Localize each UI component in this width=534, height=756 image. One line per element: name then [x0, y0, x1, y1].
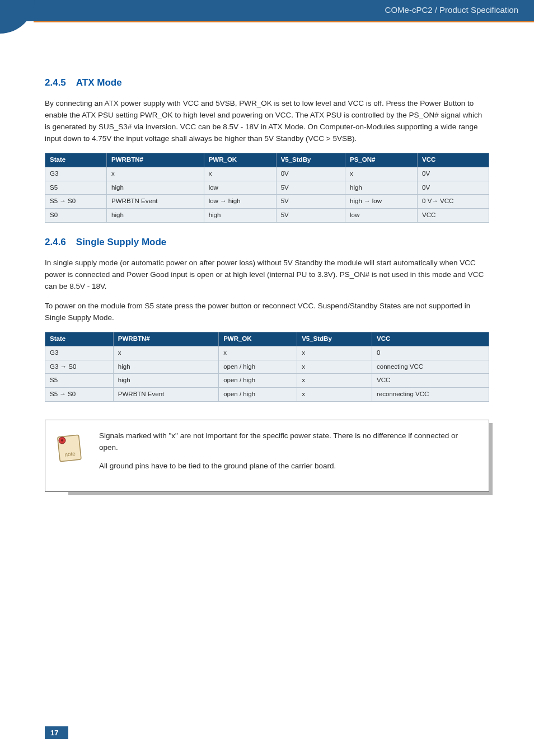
breadcrumb: COMe-cPC2 / Product Specification — [385, 5, 518, 15]
svg-point-2 — [61, 439, 63, 442]
th-pwrbtn: PWRBTN# — [107, 153, 204, 167]
th-pwrok: PWR_OK — [219, 332, 297, 346]
note-box: note Signals marked with "x" are not imp… — [45, 420, 489, 492]
th-vcc: VCC — [372, 332, 489, 346]
header-accent-line — [34, 21, 534, 22]
section-title: Single Supply Mode — [76, 237, 167, 247]
th-pwrbtn: PWRBTN# — [113, 332, 218, 346]
section-number: 2.4.5 — [45, 76, 66, 90]
section-number: 2.4.6 — [45, 235, 66, 250]
table-row: S5highopen / highxVCC — [45, 374, 489, 388]
note-icon: note — [54, 434, 85, 464]
single-supply-paragraph-1: In single supply mode (or automatic powe… — [45, 257, 489, 293]
table-row: S5highlow5Vhigh0V — [45, 181, 489, 195]
th-state: State — [45, 332, 114, 346]
note-text-2: All ground pins have to be tied to the g… — [99, 461, 476, 472]
section-heading-single-supply: 2.4.6Single Supply Mode — [45, 235, 489, 250]
th-pson: PS_ON# — [345, 153, 418, 167]
section-title: ATX Mode — [76, 77, 122, 88]
th-v5stdby: V5_StdBy — [297, 332, 372, 346]
table-row: S5 → S0PWRBTN Eventopen / highxreconnect… — [45, 388, 489, 402]
note-text-1: Signals marked with "x" are not importan… — [99, 430, 476, 454]
atx-paragraph: By connecting an ATX power supply with V… — [45, 98, 489, 145]
single-supply-paragraph-2: To power on the module from S5 state pre… — [45, 300, 489, 324]
th-pwrok: PWR_OK — [204, 153, 276, 167]
table-row: G3 → S0highopen / highxconnecting VCC — [45, 360, 489, 374]
th-state: State — [45, 153, 107, 167]
table-row: G3xxx0 — [45, 346, 489, 360]
th-v5stdby: V5_StdBy — [276, 153, 345, 167]
table-row: S5 → S0PWRBTN Eventlow → high5Vhigh → lo… — [45, 195, 489, 209]
section-heading-atx: 2.4.5ATX Mode — [45, 76, 489, 90]
footer: 17 — [45, 726, 68, 739]
single-supply-state-table: State PWRBTN# PWR_OK V5_StdBy VCC G3xxx0… — [45, 332, 489, 402]
atx-state-table: State PWRBTN# PWR_OK V5_StdBy PS_ON# VCC… — [45, 153, 489, 223]
page-number: 17 — [45, 726, 68, 739]
svg-text:note: note — [64, 450, 76, 458]
table-row: S0highhigh5VlowVCC — [45, 209, 489, 223]
table-row: G3xx0Vx0V — [45, 167, 489, 181]
header-bar: COMe-cPC2 / Product Specification — [0, 0, 534, 21]
th-vcc: VCC — [418, 153, 489, 167]
